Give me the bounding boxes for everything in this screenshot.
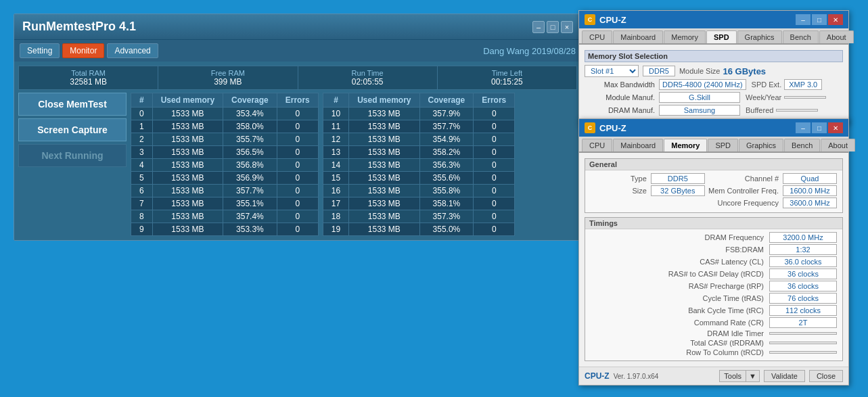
cpuz-memory-window: C CPU-Z – □ ✕ CPU Mainboard Memory SPD G…	[578, 118, 849, 386]
rcd-value: 36 clocks	[769, 268, 837, 279]
cas-label: CAS# Latency (CL)	[591, 258, 769, 266]
buffered-value	[776, 109, 818, 112]
advanced-button[interactable]: Advanced	[107, 43, 158, 58]
cpuz-spd-win-buttons: – □ ✕	[796, 14, 843, 25]
monitor-button[interactable]: Monitor	[62, 43, 104, 58]
table-row: 181533 MB357.3%0	[323, 210, 514, 223]
trc-row: Bank Cycle Time (tRC) 112 clocks	[591, 305, 837, 316]
tab-bench-mem[interactable]: Bench	[784, 139, 820, 151]
footer-version: Ver. 1.97.0.x64	[614, 373, 716, 380]
size-row: Size 32 GBytes Mem Controller Freq. 1600…	[591, 185, 837, 196]
cpuz-spd-close[interactable]: ✕	[828, 14, 843, 25]
cpuz-mem-maximize[interactable]: □	[812, 122, 827, 133]
tab-mainboard-spd[interactable]: Mainboard	[613, 30, 663, 43]
validate-button[interactable]: Validate	[764, 370, 805, 382]
tab-memory-mem[interactable]: Memory	[664, 139, 707, 151]
cpuz-memory-titlebar: C CPU-Z – □ ✕	[579, 119, 848, 137]
cas-row: CAS# Latency (CL) 36.0 clocks	[591, 256, 837, 267]
memtest-title: RunMemtestPro 4.1	[22, 20, 136, 34]
cpuz-spd-maximize[interactable]: □	[812, 14, 827, 25]
tools-button[interactable]: Tools	[719, 370, 746, 382]
cpuz-spd-title: C CPU-Z	[585, 14, 626, 25]
stats-row: Total RAM 32581 MB Free RAM 399 MB Run T…	[18, 66, 577, 90]
table-row: 41533 MB356.8%0	[131, 159, 319, 172]
footer-logo: CPU-Z	[585, 371, 610, 381]
tools-dropdown-button[interactable]: ▼	[746, 370, 760, 382]
table-row: 81533 MB357.4%0	[131, 210, 319, 223]
table-row: 71533 MB355.1%0	[131, 197, 319, 210]
tab-graphics-spd[interactable]: Graphics	[737, 30, 782, 43]
table-row: 161533 MB355.8%0	[323, 185, 514, 197]
table-row: 191533 MB355.0%0	[323, 223, 514, 236]
table-row: 101533 MB357.9%0	[323, 108, 514, 120]
table-row: 151533 MB355.6%0	[323, 172, 514, 185]
slot-row: Slot #1 Slot #2 Slot #3 Slot #4 DDR5 Mod…	[585, 65, 843, 77]
timings-body: DRAM Frequency 3200.0 MHz FSB:DRAM 1:32 …	[585, 229, 842, 360]
right-col-header-err: Errors	[474, 93, 515, 108]
close-cpuz-button[interactable]: Close	[809, 370, 843, 382]
max-bw-row: Max Bandwidth DDR5-4800 (2400 MHz) SPD E…	[585, 79, 843, 90]
uncore-row: Uncore Frequency 3600.0 MHz	[591, 197, 837, 208]
table-row: 91533 MB353.3%0	[131, 223, 319, 236]
cpuz-mem-icon: C	[585, 122, 595, 133]
tab-spd[interactable]: SPD	[706, 30, 737, 43]
ddr-type-spd: DDR5	[643, 66, 675, 76]
dram-manuf-row: DRAM Manuf. Samsung Buffered	[585, 105, 843, 116]
module-manuf-label: Module Manuf.	[585, 93, 659, 101]
dram-freq-label: DRAM Frequency	[591, 233, 769, 241]
cpuz-mem-minimize[interactable]: –	[796, 122, 810, 133]
dram-freq-value: 3200.0 MHz	[769, 232, 837, 243]
idle-value	[769, 332, 837, 335]
memtest-content: Total RAM 32581 MB Free RAM 399 MB Run T…	[14, 62, 581, 240]
cr-value: 2T	[769, 317, 837, 328]
free-ram-cell: Free RAM 399 MB	[158, 66, 298, 89]
minimize-button[interactable]: –	[532, 21, 545, 33]
tab-about-mem[interactable]: About	[821, 139, 855, 151]
tab-mainboard-mem[interactable]: Mainboard	[613, 139, 663, 151]
cpuz-spd-minimize[interactable]: –	[796, 14, 810, 25]
table-row: 01533 MB353.4%0	[131, 108, 319, 120]
screen-capture-button[interactable]: Screen Capture	[18, 118, 127, 141]
table-row: 21533 MB355.7%0	[131, 133, 319, 146]
next-running-button[interactable]: Next Running	[18, 144, 127, 167]
col-header-cov: Coverage	[223, 93, 277, 108]
week-year-value	[784, 96, 826, 99]
type-row: Type DDR5 Channel # Quad	[591, 173, 837, 184]
table-row: 171533 MB358.1%0	[323, 197, 514, 210]
cpuz-spd-tabs: CPU Mainboard Memory SPD Graphics Bench …	[579, 28, 848, 45]
trdram-label: Total CAS# (tRDRAM)	[591, 339, 769, 347]
memtest-toolbar: Setting Monitor Advanced Dang Wang 2019/…	[14, 40, 581, 62]
uncore-value: 3600.0 MHz	[783, 197, 837, 208]
tab-bench-spd[interactable]: Bench	[783, 30, 819, 43]
dram-manuf-label: DRAM Manuf.	[585, 106, 659, 114]
slot-select[interactable]: Slot #1 Slot #2 Slot #3 Slot #4	[585, 65, 639, 77]
tab-memory-spd[interactable]: Memory	[664, 30, 706, 43]
cpuz-spd-titlebar: C CPU-Z – □ ✕	[579, 11, 848, 28]
general-body: Type DDR5 Channel # Quad Size 32 GBytes …	[585, 170, 842, 212]
idle-row: DRAM Idle Timer	[591, 329, 837, 337]
close-memtest-button[interactable]: Close MemTest	[18, 93, 127, 116]
tab-graphics-mem[interactable]: Graphics	[739, 139, 783, 151]
trc-value: 112 clocks	[769, 305, 837, 316]
tab-cpu-mem[interactable]: CPU	[582, 139, 612, 151]
channel-label: Channel #	[705, 174, 783, 183]
tab-about-spd[interactable]: About	[819, 30, 854, 43]
main-content-area: Close MemTest Screen Capture Next Runnin…	[18, 93, 577, 236]
right-table-body: 101533 MB357.9%0111533 MB357.7%0121533 M…	[323, 108, 514, 236]
run-time-value: 02:05:55	[302, 77, 433, 87]
idle-label: DRAM Idle Timer	[591, 329, 769, 337]
left-memory-table: # Used memory Coverage Errors 01533 MB35…	[131, 93, 319, 236]
general-title: General	[585, 159, 842, 170]
setting-button[interactable]: Setting	[20, 43, 60, 58]
tab-spd-mem[interactable]: SPD	[708, 139, 738, 151]
cr-label: Command Rate (CR)	[591, 319, 769, 327]
tab-cpu-spd[interactable]: CPU	[582, 30, 612, 43]
cpuz-mem-close[interactable]: ✕	[828, 122, 843, 133]
left-panel: Close MemTest Screen Capture Next Runnin…	[18, 93, 127, 236]
table-row: 121533 MB354.9%0	[323, 133, 514, 146]
fsb-dram-label: FSB:DRAM	[591, 246, 769, 254]
table-row: 131533 MB358.2%0	[323, 146, 514, 159]
close-button[interactable]: ×	[561, 21, 573, 33]
maximize-button[interactable]: □	[547, 21, 559, 33]
table-row: 11533 MB358.0%0	[131, 120, 319, 133]
